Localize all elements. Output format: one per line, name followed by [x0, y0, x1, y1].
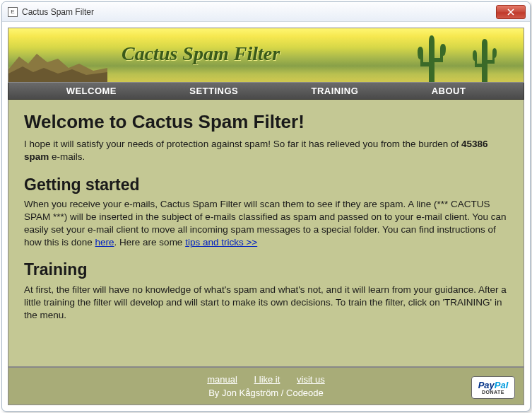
content-area: Welcome to Cactus Spam Filter! I hope it…	[8, 100, 524, 367]
app-body: Cactus Spam Filter WELCOME SETTINGS TRAI…	[2, 22, 530, 411]
donate-label: DONATE	[482, 390, 504, 395]
cactus-icon	[410, 31, 453, 82]
banner: Cactus Spam Filter	[8, 28, 524, 83]
getting-started-text: When you receive your e-mails, Cactus Sp…	[24, 198, 508, 250]
link-manual[interactable]: manual	[207, 374, 237, 385]
banner-title: Cactus Spam Filter	[122, 42, 280, 65]
app-icon: E	[8, 7, 18, 17]
link-tips-tricks[interactable]: tips and tricks >>	[185, 237, 257, 248]
page-heading: Welcome to Cactus Spam Filter!	[24, 110, 508, 134]
cactus-icon	[467, 35, 502, 82]
intro-text: I hope it will satisfy your needs of pro…	[24, 138, 508, 163]
paypal-logo: PayPal	[478, 380, 509, 390]
rocks-decoration	[8, 48, 107, 82]
link-i-like-it[interactable]: I like it	[254, 374, 280, 385]
footer-center: manual I like it visit us By Jon Kågströ…	[200, 374, 331, 398]
link-visit-us[interactable]: visit us	[297, 374, 325, 385]
footer-byline: By Jon Kågström / Codeode	[200, 388, 331, 398]
footer: manual I like it visit us By Jon Kågströ…	[8, 367, 524, 405]
footer-links: manual I like it visit us	[200, 374, 331, 385]
nav-settings[interactable]: SETTINGS	[189, 86, 238, 96]
section-heading-getting-started: Getting started	[24, 174, 508, 196]
nav-about[interactable]: ABOUT	[432, 86, 466, 96]
nav-welcome[interactable]: WELCOME	[66, 86, 117, 96]
donate-button[interactable]: PayPal DONATE	[471, 376, 515, 399]
section-heading-training: Training	[24, 259, 508, 281]
training-text: At first, the filter will have no knowle…	[24, 284, 508, 322]
window-title: Cactus Spam Filter	[22, 7, 496, 17]
close-icon	[507, 8, 514, 16]
close-button[interactable]	[496, 5, 526, 19]
app-window: E Cactus Spam Filter	[1, 1, 531, 412]
nav-bar: WELCOME SETTINGS TRAINING ABOUT	[8, 83, 524, 100]
titlebar: E Cactus Spam Filter	[2, 2, 530, 22]
nav-training[interactable]: TRAINING	[312, 86, 359, 96]
link-here[interactable]: here	[95, 237, 114, 248]
